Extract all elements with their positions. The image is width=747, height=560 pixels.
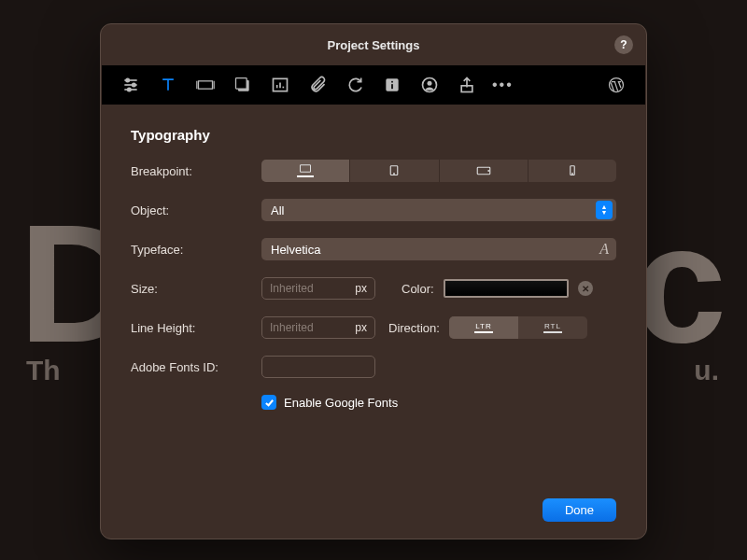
modal-titlebar: Project Settings ? [101, 24, 646, 65]
color-well[interactable] [444, 279, 569, 298]
typeface-value: Helvetica [271, 243, 320, 257]
svg-point-4 [133, 83, 135, 86]
svg-rect-22 [301, 165, 311, 173]
wordpress-icon[interactable] [604, 73, 628, 97]
direction-ltr[interactable]: LTR [449, 316, 518, 339]
svg-point-5 [128, 88, 131, 91]
svg-rect-17 [391, 81, 393, 83]
direction-segmented: LTR RTL [449, 316, 587, 339]
settings-tabstrip: ••• [102, 65, 645, 105]
direction-rtl[interactable]: RTL [518, 316, 587, 339]
sliders-icon[interactable] [119, 73, 143, 97]
modal-title: Project Settings [328, 38, 420, 52]
size-unit: px [355, 282, 367, 295]
size-label: Size: [131, 282, 261, 296]
breakpoint-label: Breakpoint: [131, 164, 261, 178]
underline-icon [474, 331, 493, 333]
typography-tab-icon[interactable] [156, 73, 180, 97]
direction-label: Direction: [388, 321, 440, 335]
object-dropdown[interactable]: All ▲▼ [261, 199, 616, 221]
lineheight-input[interactable]: Inherited px [261, 316, 375, 339]
font-glyph-icon: A [599, 241, 609, 258]
lineheight-placeholder: Inherited [270, 321, 355, 334]
svg-point-24 [394, 174, 395, 175]
svg-rect-16 [391, 84, 393, 89]
svg-rect-10 [236, 78, 247, 90]
google-fonts-label: Enable Google Fonts [284, 396, 398, 410]
size-input[interactable]: Inherited px [261, 277, 375, 300]
ltr-label: LTR [475, 322, 492, 330]
clear-color-button[interactable]: ✕ [578, 281, 593, 296]
layout-icon[interactable] [193, 73, 218, 97]
google-fonts-checkbox[interactable] [261, 395, 276, 410]
refresh-icon[interactable] [343, 73, 367, 97]
info-icon[interactable] [380, 73, 404, 97]
rtl-label: RTL [544, 322, 561, 330]
breakpoint-phone[interactable] [529, 160, 616, 182]
lineheight-label: Line Height: [131, 321, 261, 335]
object-value: All [271, 203, 596, 217]
svg-point-3 [126, 78, 129, 81]
modal-content: Typography Breakpoint: [101, 105, 646, 539]
breakpoint-tablet-landscape[interactable] [350, 160, 439, 182]
paperclip-icon[interactable] [305, 73, 330, 97]
breakpoint-desktop[interactable] [261, 160, 350, 182]
chevron-updown-icon: ▲▼ [596, 201, 613, 219]
object-label: Object: [131, 203, 261, 217]
underline-icon [543, 331, 562, 333]
svg-point-28 [572, 174, 573, 175]
adobe-fonts-input[interactable] [261, 356, 375, 378]
typeface-field[interactable]: Helvetica A [261, 238, 616, 260]
size-placeholder: Inherited [270, 282, 355, 295]
svg-point-19 [428, 81, 432, 86]
chart-icon[interactable] [268, 73, 292, 97]
typeface-label: Typeface: [131, 243, 261, 257]
help-button[interactable]: ? [614, 35, 633, 54]
share-icon[interactable] [455, 73, 479, 97]
background-text: Th [26, 355, 61, 386]
images-icon[interactable] [231, 73, 255, 97]
project-settings-modal: Project Settings ? [100, 23, 647, 539]
user-icon[interactable] [417, 73, 442, 97]
color-label: Color: [402, 282, 434, 296]
svg-point-26 [488, 171, 489, 172]
done-button[interactable]: Done [543, 498, 616, 522]
breakpoint-tablet-portrait[interactable] [440, 160, 529, 182]
svg-rect-6 [199, 81, 213, 89]
background-text: u. [694, 355, 719, 386]
adobe-label: Adobe Fonts ID: [131, 360, 261, 374]
section-title: Typography [131, 127, 616, 143]
more-icon[interactable]: ••• [492, 77, 514, 93]
breakpoint-segmented [261, 160, 616, 182]
lineheight-unit: px [355, 321, 367, 334]
